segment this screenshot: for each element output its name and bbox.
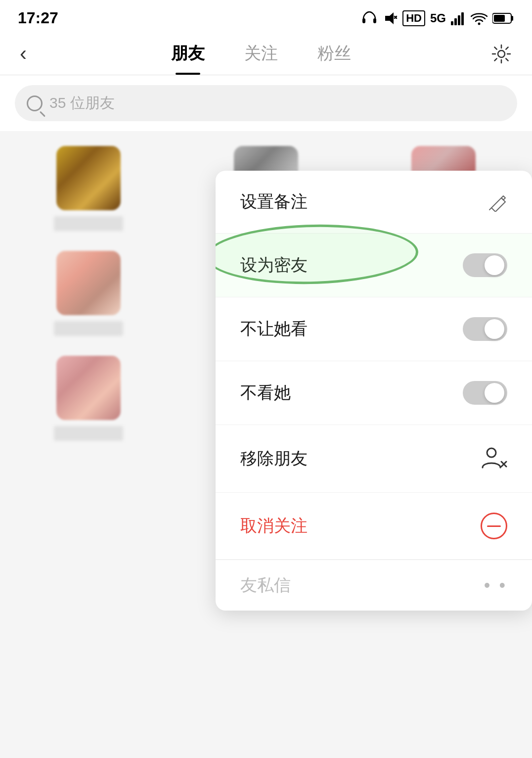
svg-rect-6 — [454, 18, 457, 25]
close-friend-label: 设为密友 — [240, 254, 308, 277]
menu-item-unfollow[interactable]: 取消关注 — [216, 493, 532, 560]
headphone-icon — [361, 10, 378, 27]
remove-friend-icon — [480, 445, 507, 473]
nav-tabs: 朋友 关注 粉丝 — [37, 37, 486, 75]
battery-icon — [492, 12, 514, 25]
svg-rect-7 — [458, 15, 460, 25]
wifi-icon — [471, 11, 488, 25]
remove-friend-label: 移除朋友 — [240, 447, 308, 470]
more-dots: • • — [484, 575, 507, 596]
status-bar: 17:27 HD 5G — [0, 0, 532, 32]
settings-button[interactable] — [486, 38, 517, 74]
nav-bar: ‹ 朋友 关注 粉丝 — [0, 32, 532, 75]
user-name — [54, 321, 123, 336]
avatar — [56, 146, 121, 210]
hd-badge: HD — [402, 10, 425, 26]
context-menu: 设置备注 设为密友 不让她看 不看她 移除朋友 — [216, 171, 532, 611]
back-button[interactable]: ‹ — [15, 38, 37, 74]
user-name — [54, 216, 123, 231]
svg-rect-8 — [461, 12, 464, 25]
unfollow-label: 取消关注 — [240, 515, 308, 537]
close-friend-toggle[interactable] — [463, 253, 507, 277]
hide-her-toggle[interactable] — [463, 381, 507, 405]
svg-rect-0 — [362, 18, 365, 23]
user-name — [54, 426, 123, 441]
main-content: 设置备注 设为密友 不让她看 不看她 移除朋友 — [0, 131, 532, 725]
svg-rect-1 — [373, 18, 376, 23]
mute-icon — [383, 10, 398, 27]
5g-badge: 5G — [430, 11, 446, 25]
svg-point-9 — [478, 22, 481, 25]
search-placeholder: 35 位朋友 — [49, 93, 115, 113]
edit-icon — [488, 192, 507, 212]
avatar — [56, 251, 121, 315]
menu-item-hide-her[interactable]: 不看她 — [216, 361, 532, 425]
tab-fans[interactable]: 粉丝 — [298, 37, 371, 75]
status-time: 17:27 — [18, 9, 58, 27]
svg-rect-11 — [511, 16, 513, 21]
avatar — [56, 356, 121, 420]
tab-following[interactable]: 关注 — [224, 37, 298, 75]
signal-icon — [451, 11, 466, 25]
search-area: 35 位朋友 — [0, 75, 532, 131]
private-message-label: 友私信 — [240, 574, 291, 597]
svg-rect-5 — [451, 21, 453, 25]
menu-item-remove-friend[interactable]: 移除朋友 — [216, 425, 532, 493]
menu-item-set-remark[interactable]: 设置备注 — [216, 171, 532, 234]
list-item[interactable] — [0, 241, 177, 346]
menu-item-close-friend[interactable]: 设为密友 — [216, 234, 532, 297]
search-icon — [27, 95, 43, 111]
svg-marker-2 — [385, 12, 394, 24]
menu-item-hide-from-her[interactable]: 不让她看 — [216, 297, 532, 361]
svg-point-13 — [498, 50, 505, 57]
search-box[interactable]: 35 位朋友 — [15, 85, 517, 121]
list-item[interactable] — [0, 136, 177, 241]
gear-icon — [490, 43, 512, 65]
svg-line-14 — [489, 208, 491, 210]
svg-point-15 — [487, 448, 496, 457]
tab-friends[interactable]: 朋友 — [151, 37, 224, 75]
menu-item-private-message[interactable]: 友私信 • • — [216, 560, 532, 611]
status-icons: HD 5G — [361, 10, 514, 27]
hide-from-her-toggle[interactable] — [463, 317, 507, 341]
set-remark-label: 设置备注 — [240, 190, 308, 213]
list-item[interactable] — [0, 346, 177, 451]
svg-rect-12 — [494, 15, 505, 22]
unfollow-icon — [481, 513, 507, 539]
hide-her-label: 不看她 — [240, 381, 291, 404]
hide-from-her-label: 不让她看 — [240, 318, 308, 340]
